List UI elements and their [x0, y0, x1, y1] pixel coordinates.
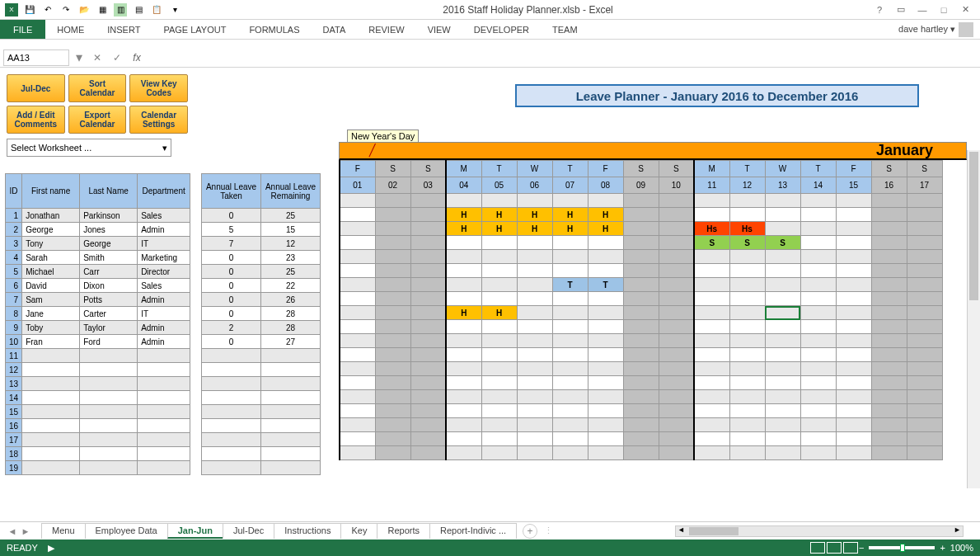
cal-cell[interactable]: [375, 362, 410, 376]
cal-cell[interactable]: [481, 376, 517, 390]
cal-cell[interactable]: [588, 446, 623, 460]
cal-cell[interactable]: [659, 418, 694, 432]
cal-cell[interactable]: [765, 348, 800, 362]
leave-row-empty[interactable]: [202, 363, 321, 377]
cal-cell[interactable]: [907, 222, 942, 236]
cal-cell[interactable]: [375, 292, 410, 306]
leave-row-empty[interactable]: [202, 391, 321, 405]
cal-cell[interactable]: [552, 320, 588, 334]
cal-cell[interactable]: [800, 348, 836, 362]
cal-cell[interactable]: [907, 334, 942, 348]
cal-date-header[interactable]: 04: [446, 177, 481, 194]
cal-cell[interactable]: [729, 208, 765, 222]
cal-cell[interactable]: [410, 264, 446, 278]
cal-cell[interactable]: [765, 376, 800, 390]
cal-cell[interactable]: [659, 362, 694, 376]
cal-cell[interactable]: [375, 334, 410, 348]
cal-cell[interactable]: [588, 250, 623, 264]
cal-cell[interactable]: [659, 250, 694, 264]
cal-cell[interactable]: [375, 306, 410, 320]
cal-cell[interactable]: [623, 390, 659, 404]
cal-cell[interactable]: [836, 390, 871, 404]
cal-cell[interactable]: [588, 390, 623, 404]
cal-cell[interactable]: [871, 362, 907, 376]
leave-row[interactable]: 025: [202, 265, 321, 279]
cal-row[interactable]: [340, 432, 942, 446]
cal-cell[interactable]: [694, 208, 729, 222]
cal-cell[interactable]: [552, 432, 588, 446]
cal-cell[interactable]: S: [694, 236, 729, 250]
cal-cell[interactable]: [588, 236, 623, 250]
undo-icon[interactable]: ↶: [41, 3, 54, 16]
cal-cell[interactable]: H: [552, 208, 588, 222]
cal-cell[interactable]: [552, 250, 588, 264]
cal-cell[interactable]: [659, 348, 694, 362]
cal-cell[interactable]: [517, 334, 552, 348]
cal-cell[interactable]: [659, 334, 694, 348]
cal-cell[interactable]: [375, 194, 410, 208]
cal-cell[interactable]: [340, 432, 375, 446]
cal-day-header[interactable]: T: [481, 161, 517, 177]
cal-cell[interactable]: [871, 292, 907, 306]
cal-row[interactable]: HH: [340, 306, 942, 320]
cal-cell[interactable]: [481, 390, 517, 404]
cal-cell[interactable]: [765, 306, 800, 320]
cal-cell[interactable]: [481, 264, 517, 278]
ribbon-display-icon[interactable]: ▭: [891, 2, 911, 18]
cal-cell[interactable]: [659, 404, 694, 418]
cal-cell[interactable]: [552, 292, 588, 306]
cal-cell[interactable]: [729, 334, 765, 348]
cal-cell[interactable]: [410, 222, 446, 236]
user-name[interactable]: dave hartley ▾: [898, 24, 955, 35]
cal-cell[interactable]: [481, 432, 517, 446]
fx-icon[interactable]: fx: [129, 52, 145, 64]
macro-record-icon[interactable]: ▶: [48, 543, 54, 554]
ribbon-tab-review[interactable]: REVIEW: [357, 20, 415, 39]
cal-cell[interactable]: [623, 236, 659, 250]
cal-cell[interactable]: [871, 404, 907, 418]
cal-cell[interactable]: [517, 390, 552, 404]
cal-cell[interactable]: [340, 250, 375, 264]
cal-cell[interactable]: [694, 278, 729, 292]
cal-cell[interactable]: [517, 446, 552, 460]
cal-cell[interactable]: [800, 390, 836, 404]
cal-cell[interactable]: [552, 348, 588, 362]
cal-row[interactable]: [340, 320, 942, 334]
cal-row[interactable]: [340, 362, 942, 376]
cal-cell[interactable]: [340, 376, 375, 390]
cal-cell[interactable]: [765, 194, 800, 208]
cal-date-header[interactable]: 06: [517, 177, 552, 194]
cal-cell[interactable]: [340, 320, 375, 334]
leave-row-empty[interactable]: [202, 349, 321, 363]
horizontal-scrollbar-thumb[interactable]: [689, 527, 739, 535]
employee-table[interactable]: IDFirst nameLast NameDepartment 1Jonatha…: [5, 173, 190, 475]
cal-cell[interactable]: [907, 236, 942, 250]
cal-row[interactable]: [340, 418, 942, 432]
cal-cell[interactable]: [694, 446, 729, 460]
cal-cell[interactable]: [871, 418, 907, 432]
cal-cell[interactable]: [481, 334, 517, 348]
cal-day-header[interactable]: S: [375, 161, 410, 177]
cal-cell[interactable]: [836, 376, 871, 390]
sheet-tab-reports[interactable]: Reports: [377, 523, 430, 539]
cal-cell[interactable]: [623, 418, 659, 432]
zoom-in-icon[interactable]: +: [940, 543, 945, 553]
cal-cell[interactable]: [800, 236, 836, 250]
cal-cell[interactable]: [517, 236, 552, 250]
cal-cell[interactable]: [836, 264, 871, 278]
cal-cell[interactable]: [836, 306, 871, 320]
cancel-formula-icon[interactable]: ✕: [89, 52, 106, 64]
cal-cell[interactable]: [623, 376, 659, 390]
cal-cell[interactable]: [623, 432, 659, 446]
ribbon-tab-team[interactable]: TEAM: [541, 20, 589, 39]
cal-cell[interactable]: [340, 348, 375, 362]
cal-cell[interactable]: Hs: [694, 222, 729, 236]
leave-row[interactable]: 023: [202, 251, 321, 265]
emp-row[interactable]: 3TonyGeorgeIT: [6, 237, 190, 251]
scroll-right-icon[interactable]: ►: [954, 525, 961, 534]
save-icon[interactable]: 💾: [23, 3, 36, 16]
horizontal-scrollbar[interactable]: ◄ ►: [675, 525, 964, 537]
cal-day-header[interactable]: S: [871, 161, 907, 177]
cal-cell[interactable]: [800, 446, 836, 460]
cal-cell[interactable]: [588, 334, 623, 348]
